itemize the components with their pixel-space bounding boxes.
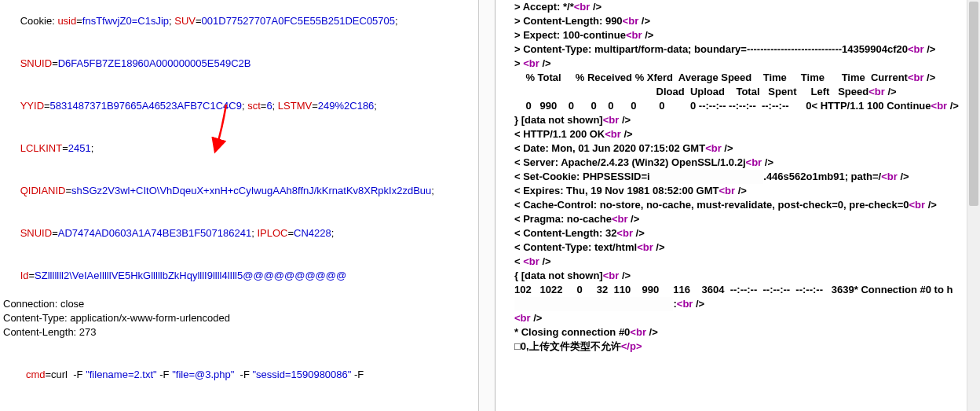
resp-line: < Expires: Thu, 19 Nov 1981 08:52:00 GMT… [514, 184, 961, 198]
connection-line: Connection: close [3, 297, 475, 311]
resp-line: < Pragma: no-cache<br /> [514, 212, 961, 226]
resp-line: > <br /> [514, 57, 961, 71]
vertical-scrollbar[interactable] [967, 0, 980, 411]
resp-line: > Expect: 100-continue<br /> [514, 28, 961, 42]
resp-line: * Closing connection #0<br /> [514, 325, 961, 339]
resp-line: < Content-Length: 32<br /> [514, 226, 961, 240]
id-line: Id=SZlllllll2\VeIAeIllllVE5HkGlllllbZkHq… [3, 255, 475, 297]
scrollbar-thumb[interactable] [969, 2, 978, 206]
resp-line: < Set-Cookie: PHPSESSID=ixxxxxxxxxxxxxxx… [514, 170, 961, 184]
split-view: Cookie: usid=fnsTfwvjZ0=C1sJip; SUV=001D… [0, 0, 980, 411]
resp-line: < Server: Apache/2.4.23 (Win32) OpenSSL/… [514, 156, 961, 170]
snuid2-line: SNUID=AD7474AD0603A1A74BE3B1F507186241; … [3, 212, 475, 255]
cookie-line: Cookie: usid=fnsTfwvjZ0=C1sJip; SUV=001D… [3, 0, 475, 42]
resp-line: > Accept: */*<br /> [514, 0, 961, 14]
resp-line: % Total % Received % Xferd Average Speed… [514, 71, 961, 85]
lclkint-line: LCLKINT=2451; [3, 127, 475, 170]
final-line: □0,上传文件类型不允许</p> [514, 339, 961, 354]
redacted-text: xxxxxxxxxxxxxxxxxxxx [650, 170, 764, 184]
resp-line: < Date: Mon, 01 Jun 2020 07:15:02 GMT<br… [514, 141, 961, 156]
response-pane: > Accept: */*<br /> > Content-Length: 99… [495, 0, 980, 411]
resp-line: < HTTP/1.1 200 OK<br /> [514, 127, 961, 141]
resp-line: 0 990 0 0 0 0 0 0 --:--:-- --:--:-- --:-… [514, 99, 961, 113]
redacted-text: xxxxxxxxxxxxxxxxxxxxxxxxxxxx [514, 297, 673, 311]
resp-line: > Content-Length: 990<br /> [514, 14, 961, 28]
qidianid-line: QIDIANID=shSGz2V3wl+CItO\VhDqeuX+xnH+cCy… [3, 170, 475, 212]
resp-line: > Content-Type: multipart/form-data; bou… [514, 42, 961, 57]
resp-line: <br /> [514, 311, 961, 325]
resp-line: < Content-Type: text/html<br /> [514, 240, 961, 255]
resp-line: { [data not shown]<br /> [514, 269, 961, 283]
cmd-block: cmd=curl -F "filename=2.txt" -F "file=@3… [3, 354, 475, 411]
content-length-line: Content-Length: 273 [3, 325, 475, 339]
resp-line: < Cache-Control: no-store, no-cache, mus… [514, 198, 961, 212]
snuid-line: SNUID=D6FA5FB7ZE18960A000000005E549C2B [3, 42, 475, 85]
resp-line: 102 1022 0 32 110 990 116 3604 --:--:-- … [514, 283, 961, 311]
content-type-line: Content-Type: application/x-www-form-url… [3, 311, 475, 325]
request-pane: Cookie: usid=fnsTfwvjZ0=C1sJip; SUV=001D… [0, 0, 479, 411]
resp-line: < <br /> [514, 255, 961, 269]
pane-divider[interactable] [479, 0, 495, 411]
yyid-line: YYID=5831487371B97665A46523AFB7C1C4C9; s… [3, 85, 475, 127]
resp-line: } [data not shown]<br /> [514, 113, 961, 127]
resp-line: Dload Upload Total Spent Left Speed<br /… [514, 85, 961, 99]
